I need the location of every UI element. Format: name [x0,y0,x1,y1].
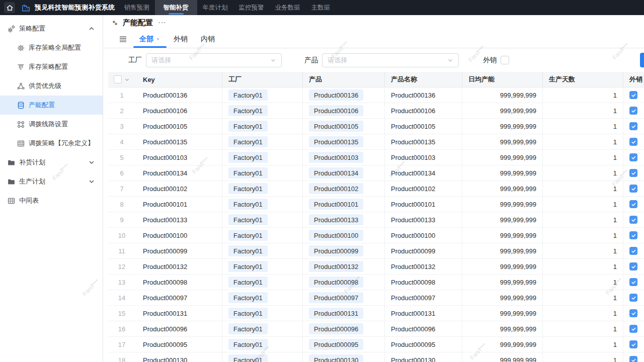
export-checkbox[interactable] [629,122,637,130]
cell-production-days: 1 [613,201,617,208]
home-button[interactable] [4,2,15,13]
cell-product-name: Product000103 [391,154,435,161]
query-button[interactable] [640,53,644,67]
table-row[interactable]: 2 Product000106 Factory01 Product000106 … [108,103,644,119]
export-checkbox[interactable] [629,309,637,317]
column-header-export[interactable]: 外销 [623,72,644,87]
sidebar-item[interactable]: 补货计划 [0,153,103,172]
export-filter-checkbox[interactable] [501,56,509,64]
column-header-factory[interactable]: 工厂 [222,72,303,87]
product-filter-label: 产品 [304,56,318,65]
expand-diagonal-icon[interactable] [112,20,118,26]
sidebar-item-label: 库存策略全局配置 [29,43,81,52]
table-row[interactable]: 11 Product000099 Factory01 Product000099… [108,243,644,259]
factory-tag: Factory01 [228,199,268,210]
table-row[interactable]: 7 Product000102 Factory01 Product000102 … [108,181,644,197]
sidebar-item[interactable]: 生产计划 [0,172,103,191]
cell-key: Product000099 [143,247,187,255]
menu-hamburger-icon[interactable] [119,30,127,48]
column-header-product[interactable]: 产品 [303,72,385,87]
export-checkbox[interactable] [629,294,637,302]
product-tag: Product000132 [309,261,363,272]
sidebar-item[interactable]: 库存策略配置 [0,57,103,76]
product-tag: Product000136 [309,89,363,101]
nodes-icon [16,120,25,129]
top-nav-item[interactable]: 业务数据 [270,0,306,15]
top-nav-item[interactable]: 监控预警 [233,0,270,15]
column-header-daily-capacity[interactable]: 日均产能 [462,72,543,87]
table-row[interactable]: 4 Product000135 Factory01 Product000135 … [108,134,644,150]
view-tab[interactable]: 全部 [139,30,160,48]
export-filter-label: 外销 [483,56,497,65]
export-checkbox[interactable] [629,356,637,362]
product-tag: Product000135 [309,136,363,147]
check-icon [631,326,636,332]
more-options-icon[interactable] [158,21,166,24]
export-checkbox[interactable] [629,91,637,99]
export-checkbox[interactable] [629,185,637,193]
sidebar-item[interactable]: 供货优先级 [0,76,103,96]
row-index: 14 [118,294,125,302]
product-select[interactable]: 请选择 [322,53,459,67]
factory-tag: Factory01 [228,121,268,132]
factory-tag: Factory01 [228,277,268,288]
export-checkbox[interactable] [629,325,637,333]
cell-production-days: 1 [613,232,617,239]
sidebar-item[interactable]: 策略配置 [0,19,103,38]
table-row[interactable]: 12 Product000132 Factory01 Product000132… [108,259,644,275]
export-checkbox[interactable] [629,231,637,239]
export-checkbox[interactable] [629,138,637,146]
sidebar-item[interactable]: 调拨策略【冗余定义】 [0,134,103,153]
table-row[interactable]: 10 Product000100 Factory01 Product000100… [108,228,644,243]
column-header-production-days[interactable]: 生产天数 [543,72,623,87]
table-row[interactable]: 1 Product000136 Factory01 Product000136 … [108,87,644,103]
export-checkbox[interactable] [629,247,637,255]
factory-select[interactable]: 请选择 [146,53,282,67]
column-header-key[interactable]: Key [135,72,222,87]
export-checkbox[interactable] [629,216,637,224]
product-tag: Product000095 [309,339,363,350]
table-row[interactable]: 5 Product000103 Factory01 Product000103 … [108,150,644,165]
sidebar-item[interactable]: 中间表 [0,191,103,210]
export-checkbox[interactable] [629,107,637,115]
factory-tag: Factory01 [228,152,268,163]
table-row[interactable]: 3 Product000105 Factory01 Product000105 … [108,119,644,134]
app-shell: 策略配置 库存策略全局配置 库存策略配置 供货优先级 产能配置 调拨线路设置 调… [0,15,644,362]
top-nav-item[interactable]: 智能补货 [155,0,197,15]
export-checkbox[interactable] [629,200,637,208]
app-title: 预见科技智能预测补货系统 [35,3,115,12]
top-nav-item[interactable]: 销售预测 [119,0,155,15]
factory-tag: Factory01 [228,245,268,256]
table-row[interactable]: 18 Product000130 Factory01 Product000130… [108,352,644,362]
active-tab-indicator [169,13,184,15]
view-tab[interactable]: 外销 [174,30,188,48]
sidebar-item[interactable]: 产能配置 [0,96,103,115]
cell-key: Product000095 [143,341,187,348]
export-checkbox[interactable] [629,262,637,270]
export-checkbox[interactable] [629,340,637,348]
selection-dropdown-icon[interactable] [124,77,130,82]
select-all-checkbox[interactable] [114,75,122,83]
top-nav-item[interactable]: 主数据 [306,0,336,15]
sidebar-item[interactable]: 库存策略全局配置 [0,38,103,57]
export-checkbox[interactable] [629,278,637,286]
sidebar-item[interactable]: 调拨线路设置 [0,115,103,134]
cell-daily-capacity: 999,999,999 [500,356,536,362]
table-row[interactable]: 8 Product000101 Factory01 Product000101 … [108,197,644,212]
export-checkbox[interactable] [629,169,637,177]
table-row[interactable]: 14 Product000097 Factory01 Product000097… [108,290,644,306]
column-header-product-name[interactable]: 产品名称 [385,72,462,87]
table-row[interactable]: 6 Product000134 Factory01 Product000134 … [108,165,644,181]
cell-daily-capacity: 999,999,999 [500,92,536,99]
export-checkbox[interactable] [629,153,637,161]
row-index: 11 [118,247,125,255]
table-row[interactable]: 17 Product000095 Factory01 Product000095… [108,337,644,352]
table-row[interactable]: 9 Product000133 Factory01 Product000133 … [108,212,644,228]
table-row[interactable]: 13 Product000098 Factory01 Product000098… [108,275,644,290]
top-nav-item[interactable]: 年度计划 [197,0,233,15]
table-row[interactable]: 16 Product000096 Factory01 Product000096… [108,321,644,337]
cell-product-name: Product000099 [391,247,435,255]
table-row[interactable]: 15 Product000131 Factory01 Product000131… [108,306,644,321]
view-tab[interactable]: 内销 [201,30,215,48]
check-icon [631,264,636,269]
